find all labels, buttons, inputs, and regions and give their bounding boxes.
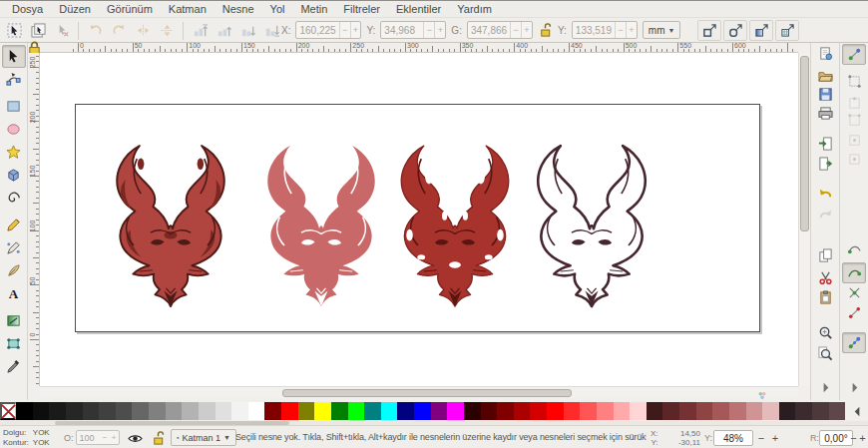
rotation-field[interactable]: 0,00° bbox=[819, 430, 853, 446]
zoom-out-button[interactable]: − bbox=[755, 430, 767, 446]
palette-swatch-40[interactable] bbox=[679, 402, 696, 420]
palette-swatch-11[interactable] bbox=[199, 402, 216, 420]
markhor-head-2-flat[interactable] bbox=[256, 137, 386, 310]
palette-swatch-34[interactable] bbox=[580, 402, 597, 420]
tool-connector[interactable] bbox=[2, 332, 26, 355]
layer-selector[interactable]: ▪ Katman 1 ▼ bbox=[171, 429, 236, 446]
menu-layer[interactable]: Katman bbox=[161, 2, 215, 16]
snap-midpoints-button[interactable] bbox=[842, 302, 866, 323]
palette-swatch-20[interactable] bbox=[348, 402, 365, 420]
palette-swatch-45[interactable] bbox=[762, 402, 779, 420]
command-more-button[interactable] bbox=[813, 377, 837, 398]
horizontal-ruler[interactable]: 050100150200250300350400450500550600 bbox=[40, 43, 798, 53]
snap-nodes-button[interactable] bbox=[842, 238, 866, 259]
palette-swatch-16[interactable] bbox=[281, 402, 298, 420]
palette-swatch-18[interactable] bbox=[314, 402, 331, 420]
tool-calligraphy[interactable] bbox=[2, 259, 26, 282]
palette-swatch-10[interactable] bbox=[182, 402, 199, 420]
palette-swatch-38[interactable] bbox=[647, 402, 663, 420]
horizontal-scrollbar-thumb[interactable] bbox=[282, 389, 572, 397]
palette-swatch-4[interactable] bbox=[83, 402, 100, 420]
markhor-head-4-outline[interactable] bbox=[527, 137, 656, 310]
y-minus[interactable]: − bbox=[423, 22, 434, 38]
height-plus[interactable]: + bbox=[626, 22, 637, 38]
palette-swatch-31[interactable] bbox=[530, 402, 547, 420]
palette-swatch-28[interactable] bbox=[481, 402, 498, 420]
palette-swatch-35[interactable] bbox=[597, 402, 614, 420]
palette-swatch-3[interactable] bbox=[66, 402, 83, 420]
palette-swatch-42[interactable] bbox=[712, 402, 729, 420]
palette-swatch-0[interactable] bbox=[16, 402, 33, 420]
ruler-corner[interactable] bbox=[28, 43, 40, 53]
no-color-swatch[interactable] bbox=[0, 402, 16, 420]
lock-ratio-icon[interactable] bbox=[538, 23, 553, 38]
height-minus[interactable]: − bbox=[615, 22, 626, 38]
palette-swatch-43[interactable] bbox=[729, 402, 746, 420]
command-cut-button[interactable] bbox=[813, 267, 837, 288]
menu-filters[interactable]: Filtreler bbox=[335, 2, 388, 16]
tool-rectangle[interactable] bbox=[2, 95, 26, 118]
snap-paths-button[interactable] bbox=[842, 262, 866, 283]
palette-swatch-8[interactable] bbox=[149, 402, 166, 420]
opacity-field[interactable]: 100 − + bbox=[76, 430, 120, 445]
palette-swatch-44[interactable] bbox=[746, 402, 763, 420]
palette-swatch-30[interactable] bbox=[514, 402, 531, 420]
zoom-field[interactable]: 48% bbox=[713, 430, 753, 446]
menu-extensions[interactable]: Eklentiler bbox=[388, 2, 449, 16]
palette-swatch-46[interactable] bbox=[779, 402, 796, 420]
width-minus[interactable]: − bbox=[510, 22, 521, 38]
opacity-plus[interactable]: + bbox=[110, 433, 119, 442]
menu-file[interactable]: Dosya bbox=[4, 2, 51, 16]
snap-bbox-button[interactable] bbox=[842, 71, 866, 92]
width-field[interactable]: 347,866 − + bbox=[467, 21, 533, 39]
palette-swatch-41[interactable] bbox=[696, 402, 713, 420]
palette-swatch-2[interactable] bbox=[49, 402, 66, 420]
menu-help[interactable]: Yardım bbox=[449, 2, 500, 16]
zoom-in-button[interactable]: + bbox=[769, 430, 781, 446]
palette-swatch-25[interactable] bbox=[431, 402, 448, 420]
menu-view[interactable]: Görünüm bbox=[99, 2, 161, 16]
markhor-head-1-shaded[interactable] bbox=[106, 137, 235, 310]
layer-visibility-toggle[interactable] bbox=[127, 430, 143, 446]
x-field[interactable]: 160,225 − + bbox=[295, 21, 361, 39]
y-plus[interactable]: + bbox=[434, 22, 445, 38]
command-duplicate-button[interactable] bbox=[813, 245, 837, 266]
palette-swatch-49[interactable] bbox=[829, 402, 846, 420]
scale-corners-button[interactable] bbox=[723, 20, 747, 41]
palette-swatch-12[interactable] bbox=[216, 402, 232, 420]
vertical-scrollbar-thumb[interactable] bbox=[800, 56, 809, 231]
unit-dropdown[interactable]: mm ▼ bbox=[643, 21, 681, 39]
palette-scroll-left-button[interactable] bbox=[849, 402, 866, 420]
menu-path[interactable]: Yol bbox=[262, 2, 293, 16]
menu-edit[interactable]: Düzen bbox=[51, 2, 99, 16]
command-new-document-button[interactable] bbox=[813, 43, 837, 64]
canvas[interactable] bbox=[40, 53, 798, 386]
tool-text[interactable]: A bbox=[2, 282, 26, 305]
palette-swatch-14[interactable] bbox=[248, 402, 265, 420]
command-import-button[interactable] bbox=[813, 134, 837, 155]
command-zoom-page-button[interactable] bbox=[813, 343, 837, 364]
x-minus[interactable]: − bbox=[339, 22, 350, 38]
markhor-head-3-distressed[interactable] bbox=[390, 137, 520, 310]
command-export-button[interactable] bbox=[813, 154, 837, 175]
tool-box-3d[interactable] bbox=[2, 164, 26, 187]
palette-swatch-15[interactable] bbox=[264, 402, 281, 420]
horizontal-scrollbar[interactable] bbox=[40, 386, 798, 398]
palette-swatch-22[interactable] bbox=[381, 402, 398, 420]
palette-swatch-33[interactable] bbox=[564, 402, 581, 420]
tool-ellipse[interactable] bbox=[2, 118, 26, 141]
palette-swatch-39[interactable] bbox=[662, 402, 679, 420]
tool-bezier-pen[interactable] bbox=[2, 236, 26, 259]
snap-others-button[interactable] bbox=[842, 332, 866, 353]
palette-swatch-9[interactable] bbox=[166, 402, 183, 420]
palette-swatch-1[interactable] bbox=[33, 402, 50, 420]
command-print-button[interactable] bbox=[813, 103, 837, 124]
vertical-ruler[interactable]: 250200150100500 bbox=[28, 53, 40, 386]
menu-text[interactable]: Metin bbox=[292, 2, 335, 16]
snap-intersections-button[interactable] bbox=[842, 282, 866, 303]
palette-swatch-26[interactable] bbox=[447, 402, 464, 420]
palette-swatch-47[interactable] bbox=[795, 402, 812, 420]
rotation-minus-button[interactable]: − bbox=[849, 430, 858, 446]
move-gradients-button[interactable] bbox=[749, 20, 773, 41]
tool-node-editor[interactable] bbox=[2, 68, 26, 91]
